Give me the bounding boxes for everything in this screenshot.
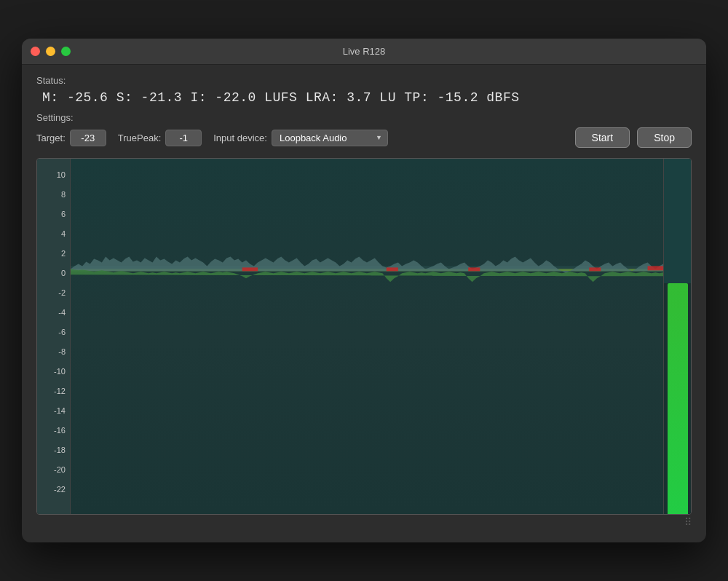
status-label: Status: — [36, 75, 692, 86]
scale-n18: -18 — [54, 446, 66, 454]
device-select-wrapper: Loopback Audio Built-in Microphone Syste… — [272, 130, 388, 146]
main-content: Status: M: -25.6 S: -21.3 I: -22.0 LUFS … — [22, 65, 706, 542]
svg-rect-5 — [468, 267, 480, 271]
svg-rect-6 — [589, 267, 601, 271]
stop-button[interactable]: Stop — [637, 127, 692, 148]
scale-2: 2 — [61, 249, 66, 258]
target-label: Target: — [36, 133, 66, 143]
truepeak-group: TruePeak: — [118, 130, 202, 146]
scale-n10: -10 — [54, 367, 66, 376]
truepeak-label: TruePeak: — [118, 133, 162, 143]
scale-n16: -16 — [54, 426, 66, 435]
scale-n12: -12 — [54, 387, 66, 395]
svg-rect-4 — [387, 267, 398, 271]
scale-0: 0 — [61, 269, 66, 277]
status-values: M: -25.6 S: -21.3 I: -22.0 LUFS LRA: 3.7… — [36, 90, 692, 105]
scale-axis: 10 8 6 4 2 0 -2 -4 -6 -8 -10 -12 -14 -16… — [37, 159, 71, 514]
resize-handle[interactable]: ⠿ — [684, 516, 692, 528]
window-title: Live R128 — [343, 46, 386, 57]
status-section: Status: M: -25.6 S: -21.3 I: -22.0 LUFS … — [36, 75, 692, 105]
svg-rect-0 — [71, 159, 663, 514]
target-group: Target: — [36, 130, 106, 146]
svg-rect-3 — [242, 267, 258, 271]
control-buttons: Start Stop — [575, 127, 692, 148]
scale-n2: -2 — [58, 288, 66, 297]
minimize-button[interactable] — [46, 47, 55, 56]
scale-6: 6 — [61, 210, 66, 218]
truepeak-input[interactable] — [165, 130, 202, 146]
level-meter — [663, 159, 691, 514]
scale-4: 4 — [61, 229, 66, 238]
main-chart — [71, 159, 663, 514]
settings-row: Target: TruePeak: Input device: Loopback… — [36, 127, 692, 148]
device-select[interactable]: Loopback Audio Built-in Microphone Syste… — [272, 130, 388, 146]
start-button[interactable]: Start — [575, 127, 630, 148]
app-window: Live R128 Status: M: -25.6 S: -21.3 I: -… — [22, 39, 706, 542]
scale-10: 10 — [57, 170, 66, 179]
waveform-svg — [71, 159, 663, 514]
meter-fill — [668, 283, 688, 514]
traffic-lights — [31, 47, 71, 56]
close-button[interactable] — [31, 47, 40, 56]
scale-n20: -20 — [54, 465, 66, 474]
settings-label: Settings: — [36, 112, 692, 123]
scale-n14: -14 — [54, 406, 66, 415]
visualization-container: 10 8 6 4 2 0 -2 -4 -6 -8 -10 -12 -14 -16… — [36, 158, 692, 515]
scale-n6: -6 — [58, 328, 66, 336]
scale-n8: -8 — [58, 347, 66, 356]
device-label: Input device: — [213, 133, 267, 143]
svg-rect-7 — [648, 266, 663, 270]
scale-8: 8 — [61, 190, 66, 199]
settings-section: Settings: Target: TruePeak: Input device… — [36, 112, 692, 148]
title-bar: Live R128 — [22, 39, 706, 65]
device-group: Input device: Loopback Audio Built-in Mi… — [213, 130, 388, 146]
scale-n22: -22 — [54, 485, 66, 494]
maximize-button[interactable] — [61, 47, 71, 56]
scale-n4: -4 — [58, 308, 66, 317]
target-input[interactable] — [70, 130, 106, 146]
